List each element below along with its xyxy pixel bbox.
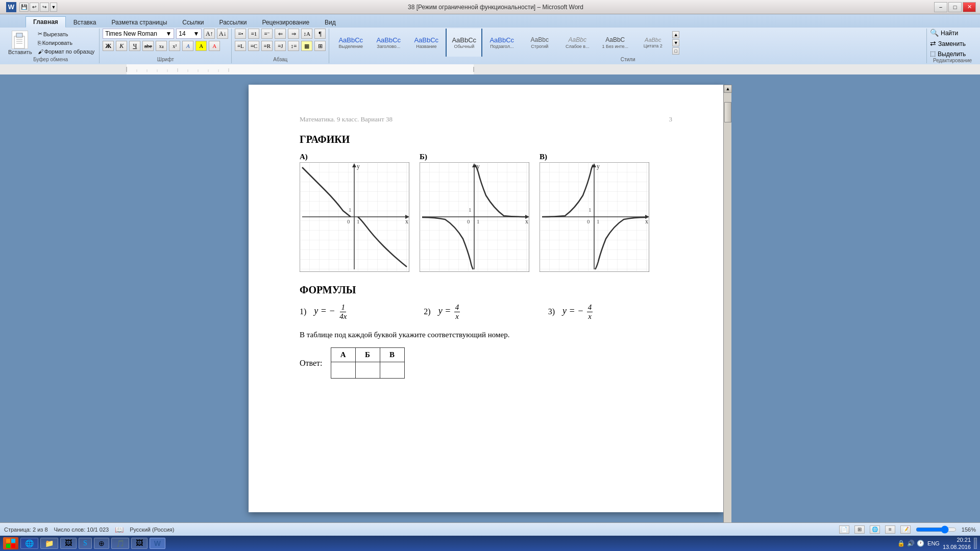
italic-btn[interactable]: К [116,41,127,51]
quick-save-btn[interactable]: 💾 [19,3,29,12]
status-bar: Страница: 2 из 8 Число слов: 10/1 023 📖 … [0,522,980,536]
cut-btn[interactable]: ✂ Вырезать [36,30,96,38]
formula-2-num: 2) [424,307,430,316]
zoom-slider[interactable] [916,527,957,533]
view-draft-btn[interactable]: 📝 [900,525,911,534]
view-web-btn[interactable]: 🌐 [870,525,880,534]
formula-2-math: y = 4 x [434,303,461,320]
align-left-btn[interactable]: ≡L [235,41,246,51]
network-icon: 🔒 [897,540,905,547]
scroll-up-btn[interactable]: ▲ [724,85,732,93]
taskbar-chrome[interactable]: ⊕ [94,538,109,549]
font-name-selector[interactable]: Times New Roman ▼ [103,29,174,39]
start-button[interactable] [3,537,18,549]
align-center-btn[interactable]: ≡C [248,41,259,51]
tab-page-layout[interactable]: Разметка страницы [104,16,175,28]
word-logo: W [6,2,16,12]
font-size-selector[interactable]: 14 ▼ [176,29,202,39]
table-answer-A[interactable] [331,362,355,379]
copy-btn[interactable]: ⎘ Копировать [36,39,96,46]
table-answer-V[interactable] [380,362,404,379]
svg-text:x: x [405,218,408,225]
bullets-btn[interactable]: ≡• [235,29,246,39]
tab-mailings[interactable]: Рассылки [212,16,255,28]
superscript-btn[interactable]: x² [169,41,180,51]
replace-btn[interactable]: Заменить [938,40,966,47]
taskbar-skype[interactable]: S [79,538,92,549]
taskbar-media[interactable]: 🎵 [111,538,129,549]
taskbar-ie[interactable]: 🌐 [20,538,38,549]
svg-text:1: 1 [589,207,592,213]
bold-btn[interactable]: Ж [103,41,114,51]
tab-review[interactable]: Рецензирование [254,16,317,28]
increase-font-btn[interactable]: A↑ [204,29,215,39]
minimize-btn[interactable]: − [934,2,947,12]
increase-indent-btn[interactable]: ⇒ [288,29,299,39]
svg-text:y: y [597,163,600,170]
style-subtitle[interactable]: AaBbCс Подзагол... [483,29,520,57]
find-btn[interactable]: Найти [941,30,958,37]
sort-btn[interactable]: ↕A [301,29,312,39]
format-painter-btn[interactable]: 🖌 Формат по образцу [36,48,96,55]
style-highlight[interactable]: AaBbCс Выделение [332,29,369,57]
lang-indicator[interactable]: ENG [927,540,940,546]
style-strict[interactable]: AaBbc Строгий [521,29,558,57]
section-grafiki-title: ГРАФИКИ [300,134,672,145]
styles-scroll-down-btn[interactable]: ▼ [672,39,679,46]
taskbar-word-active[interactable]: W [150,538,165,549]
show-marks-btn[interactable]: ¶ [314,29,326,39]
shading-btn[interactable]: ▦ [301,41,312,51]
table-answer-B[interactable] [355,362,380,379]
vertical-scrollbar[interactable]: ▲ ▼ [723,85,731,522]
quick-dropdown-btn[interactable]: ▼ [50,3,57,12]
paste-btn[interactable]: Вставить [5,30,35,56]
show-desktop-btn[interactable] [974,538,977,549]
style-no-interval[interactable]: AaBbC 1 Без инте... [597,29,633,57]
taskbar-photos[interactable]: 🖼 [60,538,77,549]
multilevel-btn[interactable]: ≡⁻ [261,29,273,39]
quick-undo-btn[interactable]: ↩ [30,3,39,12]
ribbon-tabs: Главная Вставка Разметка страницы Ссылки… [0,14,980,28]
select-icon: ⬚ [930,50,936,58]
formulas-row: 1) y = − 1 4x 2) y = 4 x [300,303,672,320]
justify-btn[interactable]: ≡J [275,41,286,51]
line-spacing-btn[interactable]: ↕≡ [288,41,299,51]
highlight-btn[interactable]: А [195,41,207,51]
styles-scroll-up-btn[interactable]: ▲ [672,31,679,38]
text-effects-btn[interactable]: А [182,41,193,51]
scroll-thumb[interactable] [724,102,731,122]
tab-home[interactable]: Главная [26,16,66,28]
numbering-btn[interactable]: ≡1 [248,29,259,39]
style-quote2[interactable]: AaBbc Цитата 2 [634,29,671,57]
font-color-btn[interactable]: А [209,41,220,51]
table-header-B: Б [355,348,380,362]
view-fullscreen-btn[interactable]: ⊞ [854,525,865,534]
borders-btn[interactable]: ⊞ [314,41,326,51]
underline-btn[interactable]: Ч [129,41,140,51]
svg-text:0: 0 [467,218,470,224]
font-group: Times New Roman ▼ 14 ▼ A↑ A↓ Ж К Ч abe x… [100,29,232,63]
style-weak[interactable]: AaBbc Слабое в... [559,29,596,57]
view-outline-btn[interactable]: ≡ [885,525,895,534]
tab-references[interactable]: Ссылки [175,16,211,28]
view-print-btn[interactable]: 📄 [839,525,849,534]
strikethrough-btn[interactable]: abe [142,41,154,51]
subscript-btn[interactable]: x₂ [156,41,167,51]
taskbar-explorer[interactable]: 📁 [40,538,58,549]
style-name[interactable]: AaBbCс Название [408,29,445,57]
style-heading[interactable]: AaBbCс Заголово... [370,29,407,57]
page-info: Страница: 2 из 8 [4,527,48,533]
quick-redo-btn[interactable]: ↪ [40,3,49,12]
align-right-btn[interactable]: ≡R [261,41,273,51]
page-header-right: 3 [669,115,673,123]
maximize-btn[interactable]: □ [948,2,962,12]
decrease-font-btn[interactable]: A↓ [217,29,228,39]
taskbar-paint[interactable]: 🖼 [131,538,148,549]
select-btn[interactable]: Выделить [938,51,966,58]
styles-expand-btn[interactable]: □ [672,47,679,55]
tab-insert[interactable]: Вставка [66,16,104,28]
close-btn[interactable]: ✕ [963,2,976,12]
tab-view[interactable]: Вид [317,16,344,28]
style-normal[interactable]: AaBbCс Обычный [446,29,482,57]
decrease-indent-btn[interactable]: ⇐ [275,29,286,39]
